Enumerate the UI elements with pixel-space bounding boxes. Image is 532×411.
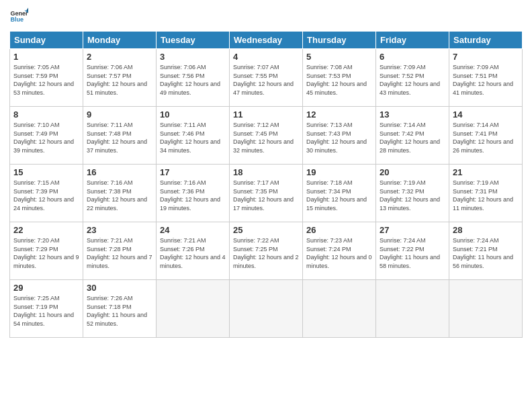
- day-number: 15: [13, 167, 79, 177]
- header-wednesday: Wednesday: [230, 32, 303, 49]
- day-number: 19: [306, 167, 372, 177]
- calendar-cell: 1 Sunrise: 7:05 AMSunset: 7:59 PMDayligh…: [10, 49, 83, 107]
- day-info: Sunrise: 7:12 AMSunset: 7:45 PMDaylight:…: [233, 122, 294, 154]
- day-info: Sunrise: 7:25 AMSunset: 7:19 PMDaylight:…: [13, 295, 74, 327]
- day-info: Sunrise: 7:16 AMSunset: 7:38 PMDaylight:…: [87, 179, 147, 212]
- day-number: 28: [453, 225, 519, 235]
- calendar-cell: 9 Sunrise: 7:11 AMSunset: 7:48 PMDayligh…: [83, 107, 157, 165]
- calendar-cell: 17 Sunrise: 7:16 AMSunset: 7:36 PMDaylig…: [157, 165, 230, 222]
- day-info: Sunrise: 7:06 AMSunset: 7:57 PMDaylight:…: [87, 64, 147, 96]
- day-info: Sunrise: 7:05 AMSunset: 7:59 PMDaylight:…: [13, 64, 74, 96]
- calendar-cell: 12 Sunrise: 7:13 AMSunset: 7:43 PMDaylig…: [303, 107, 376, 165]
- day-info: Sunrise: 7:09 AMSunset: 7:52 PMDaylight:…: [380, 64, 440, 96]
- day-info: Sunrise: 7:08 AMSunset: 7:53 PMDaylight:…: [306, 64, 367, 96]
- calendar-cell: 28 Sunrise: 7:24 AMSunset: 7:21 PMDaylig…: [449, 222, 523, 280]
- day-info: Sunrise: 7:11 AMSunset: 7:48 PMDaylight:…: [87, 122, 147, 154]
- calendar-week-row: 8 Sunrise: 7:10 AMSunset: 7:49 PMDayligh…: [10, 107, 523, 165]
- day-info: Sunrise: 7:07 AMSunset: 7:55 PMDaylight:…: [233, 64, 294, 96]
- day-number: 4: [233, 52, 299, 62]
- page: General Blue Sunday Monday Tuesday Wedne…: [0, 0, 532, 411]
- day-number: 16: [87, 167, 152, 177]
- calendar-week-row: 1 Sunrise: 7:05 AMSunset: 7:59 PMDayligh…: [10, 49, 523, 107]
- calendar-cell: [303, 280, 376, 338]
- day-info: Sunrise: 7:14 AMSunset: 7:41 PMDaylight:…: [453, 122, 513, 154]
- day-info: Sunrise: 7:21 AMSunset: 7:28 PMDaylight:…: [87, 237, 152, 269]
- day-number: 20: [380, 167, 445, 177]
- calendar-cell: 8 Sunrise: 7:10 AMSunset: 7:49 PMDayligh…: [10, 107, 83, 165]
- header-friday: Friday: [376, 32, 449, 49]
- weekday-header-row: Sunday Monday Tuesday Wednesday Thursday…: [10, 32, 523, 49]
- calendar-cell: 23 Sunrise: 7:21 AMSunset: 7:28 PMDaylig…: [83, 222, 157, 280]
- day-number: 27: [380, 225, 445, 235]
- header-saturday: Saturday: [449, 32, 523, 49]
- day-number: 26: [306, 225, 372, 235]
- header: General Blue: [9, 7, 523, 26]
- day-number: 5: [306, 52, 372, 62]
- calendar-cell: 25 Sunrise: 7:22 AMSunset: 7:25 PMDaylig…: [230, 222, 303, 280]
- calendar-week-row: 22 Sunrise: 7:20 AMSunset: 7:29 PMDaylig…: [10, 222, 523, 280]
- header-thursday: Thursday: [303, 32, 376, 49]
- calendar-cell: 27 Sunrise: 7:24 AMSunset: 7:22 PMDaylig…: [376, 222, 449, 280]
- calendar-cell: 16 Sunrise: 7:16 AMSunset: 7:38 PMDaylig…: [83, 165, 157, 222]
- calendar-cell: 5 Sunrise: 7:08 AMSunset: 7:53 PMDayligh…: [303, 49, 376, 107]
- calendar-cell: 18 Sunrise: 7:17 AMSunset: 7:35 PMDaylig…: [230, 165, 303, 222]
- day-info: Sunrise: 7:16 AMSunset: 7:36 PMDaylight:…: [160, 179, 220, 212]
- calendar-week-row: 15 Sunrise: 7:15 AMSunset: 7:39 PMDaylig…: [10, 165, 523, 222]
- day-number: 23: [87, 225, 152, 235]
- day-number: 17: [160, 167, 226, 177]
- calendar-cell: 4 Sunrise: 7:07 AMSunset: 7:55 PMDayligh…: [230, 49, 303, 107]
- day-number: 7: [453, 52, 519, 62]
- calendar-cell: [449, 280, 523, 338]
- calendar-cell: 6 Sunrise: 7:09 AMSunset: 7:52 PMDayligh…: [376, 49, 449, 107]
- day-number: 3: [160, 52, 226, 62]
- day-info: Sunrise: 7:18 AMSunset: 7:34 PMDaylight:…: [306, 179, 367, 212]
- day-number: 8: [13, 109, 79, 120]
- day-info: Sunrise: 7:23 AMSunset: 7:24 PMDaylight:…: [306, 237, 372, 269]
- header-tuesday: Tuesday: [157, 32, 230, 49]
- day-info: Sunrise: 7:21 AMSunset: 7:26 PMDaylight:…: [160, 237, 226, 269]
- calendar-week-row: 29 Sunrise: 7:25 AMSunset: 7:19 PMDaylig…: [10, 280, 523, 338]
- day-number: 2: [87, 52, 152, 62]
- calendar-cell: 22 Sunrise: 7:20 AMSunset: 7:29 PMDaylig…: [10, 222, 83, 280]
- day-number: 14: [453, 109, 519, 120]
- day-info: Sunrise: 7:19 AMSunset: 7:32 PMDaylight:…: [380, 179, 440, 212]
- calendar-cell: [376, 280, 449, 338]
- day-number: 24: [160, 225, 226, 235]
- calendar-cell: 3 Sunrise: 7:06 AMSunset: 7:56 PMDayligh…: [157, 49, 230, 107]
- calendar-cell: 7 Sunrise: 7:09 AMSunset: 7:51 PMDayligh…: [449, 49, 523, 107]
- day-info: Sunrise: 7:22 AMSunset: 7:25 PMDaylight:…: [233, 237, 299, 269]
- header-monday: Monday: [83, 32, 157, 49]
- day-info: Sunrise: 7:17 AMSunset: 7:35 PMDaylight:…: [233, 179, 294, 212]
- day-number: 12: [306, 109, 372, 120]
- day-number: 29: [13, 283, 79, 293]
- day-info: Sunrise: 7:26 AMSunset: 7:18 PMDaylight:…: [87, 295, 147, 327]
- calendar-cell: 30 Sunrise: 7:26 AMSunset: 7:18 PMDaylig…: [83, 280, 157, 338]
- day-info: Sunrise: 7:09 AMSunset: 7:51 PMDaylight:…: [453, 64, 513, 96]
- calendar-cell: [157, 280, 230, 338]
- day-number: 21: [453, 167, 519, 177]
- day-number: 13: [380, 109, 445, 120]
- day-number: 9: [87, 109, 152, 120]
- day-info: Sunrise: 7:11 AMSunset: 7:46 PMDaylight:…: [160, 122, 220, 154]
- day-info: Sunrise: 7:10 AMSunset: 7:49 PMDaylight:…: [13, 122, 74, 154]
- calendar-cell: 2 Sunrise: 7:06 AMSunset: 7:57 PMDayligh…: [83, 49, 157, 107]
- day-number: 10: [160, 109, 226, 120]
- day-number: 1: [13, 52, 79, 62]
- header-sunday: Sunday: [10, 32, 83, 49]
- day-number: 11: [233, 109, 299, 120]
- day-number: 30: [87, 283, 152, 293]
- day-number: 6: [380, 52, 445, 62]
- calendar-cell: 13 Sunrise: 7:14 AMSunset: 7:42 PMDaylig…: [376, 107, 449, 165]
- logo: General Blue: [9, 7, 28, 26]
- calendar-cell: 21 Sunrise: 7:19 AMSunset: 7:31 PMDaylig…: [449, 165, 523, 222]
- svg-text:Blue: Blue: [10, 16, 24, 23]
- calendar-cell: 20 Sunrise: 7:19 AMSunset: 7:32 PMDaylig…: [376, 165, 449, 222]
- day-info: Sunrise: 7:24 AMSunset: 7:21 PMDaylight:…: [453, 237, 513, 269]
- day-number: 22: [13, 225, 79, 235]
- day-info: Sunrise: 7:13 AMSunset: 7:43 PMDaylight:…: [306, 122, 367, 154]
- calendar-cell: 24 Sunrise: 7:21 AMSunset: 7:26 PMDaylig…: [157, 222, 230, 280]
- day-info: Sunrise: 7:14 AMSunset: 7:42 PMDaylight:…: [380, 122, 440, 154]
- logo-icon: General Blue: [9, 7, 28, 26]
- calendar-cell: [230, 280, 303, 338]
- calendar-cell: 11 Sunrise: 7:12 AMSunset: 7:45 PMDaylig…: [230, 107, 303, 165]
